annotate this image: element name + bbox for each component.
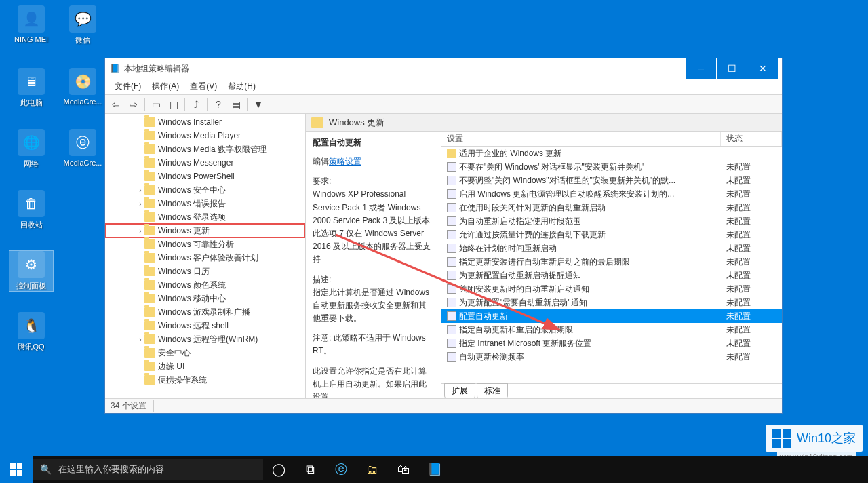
list-row[interactable]: 为更新配置"需要自动重新启动"通知未配置 [441,296,782,309]
tree-label: Windows 移动中心 [158,293,226,305]
list-header[interactable]: 设置 状态 [441,132,782,147]
tree-label: Windows 颜色系统 [158,279,226,291]
tree-label: Windows 可靠性分析 [158,239,234,250]
desktop-icon-NING MEI[interactable]: 👤NING MEI [9,5,53,43]
tree-item[interactable]: Windows Media Player [105,129,305,142]
column-name[interactable]: 设置 [441,132,721,146]
gpedit-taskbar-icon[interactable]: 📘 [419,456,450,483]
menu-帮助(H)[interactable]: 帮助(H) [222,79,261,94]
description-label: 描述: [313,273,434,286]
tree-pane[interactable]: Windows InstallerWindows Media PlayerWin… [105,114,306,398]
list-row[interactable]: 自动更新检测频率未配置 [441,350,782,364]
list-row[interactable]: 适用于企业的 Windows 更新 [441,147,782,160]
tree-item[interactable]: 边缘 UI [105,360,305,373]
desktop-icon-控制面板[interactable]: ⚙控制面板 [9,251,53,291]
menu-操作(A)[interactable]: 操作(A) [146,79,184,94]
row-state: 未配置 [721,351,782,363]
policy-icon [447,216,456,226]
cortana-icon[interactable]: ◯ [263,456,294,483]
folder-icon [144,144,155,154]
tree-item[interactable]: Windows 登录选项 [105,210,305,224]
taskbar[interactable]: 🔍 在这里输入你要搜索的内容 ◯ ⧉ ⓔ 🗂 🛍 📘 [0,456,868,483]
titlebar[interactable]: 📘 本地组策略编辑器 ─ ☐ ✕ [105,58,782,79]
minimize-button[interactable]: ─ [686,58,716,79]
tree-item[interactable]: 安全中心 [105,346,305,360]
tree-label: Windows Installer [158,117,222,127]
close-button[interactable]: ✕ [747,58,778,79]
show-hide-tree-button[interactable]: ◫ [165,97,182,112]
chevron-icon[interactable]: › [136,336,144,343]
list-row[interactable]: 不要在"关闭 Windows"对话框显示"安装更新并关机"未配置 [441,160,782,174]
list-row[interactable]: 在使用时段关闭针对更新的自动重新启动未配置 [441,201,782,214]
menu-文件(F)[interactable]: 文件(F) [109,79,146,94]
tree-item[interactable]: 便携操作系统 [105,373,305,387]
list-row[interactable]: 配置自动更新未配置 [441,309,782,323]
start-button[interactable] [0,456,33,483]
list-row[interactable]: 为更新配置自动重新启动提醒通知未配置 [441,269,782,282]
tree-item[interactable]: Windows 日历 [105,265,305,278]
tree-item[interactable]: ›Windows 更新 [105,224,305,237]
desktop-icon-微信[interactable]: 💬微信 [61,5,104,45]
desktop-icon-回收站[interactable]: 🗑回收站 [9,190,53,230]
tree-item[interactable]: Windows 颜色系统 [105,278,305,292]
tree-item[interactable]: Windows Installer [105,115,305,129]
maximize-button[interactable]: ☐ [717,58,747,79]
desktop-icon-MediaCre...[interactable]: 📀MediaCre... [61,68,104,106]
search-box[interactable]: 🔍 在这里输入你要搜索的内容 [33,459,263,480]
list-row[interactable]: 允许通过按流量计费的连接自动下载更新未配置 [441,228,782,242]
store-icon[interactable]: 🛍 [388,456,419,483]
menu-查看(V)[interactable]: 查看(V) [184,79,222,94]
list-row[interactable]: 指定自动更新和重启的最后期限未配置 [441,323,782,336]
tree-item[interactable]: Windows PowerShell [105,170,305,183]
list-row[interactable]: 始终在计划的时间重新启动未配置 [441,242,782,255]
watermark: Win10之家 www.win10xitong.com [766,425,863,452]
row-name: 为更新配置"需要自动重新启动"通知 [459,297,721,309]
desktop-icon-腾讯QQ[interactable]: 🐧腾讯QQ [9,312,53,352]
back-button[interactable]: ⇦ [108,97,124,112]
tree-item[interactable]: ›Windows 远程管理(WinRM) [105,332,305,346]
column-state[interactable]: 状态 [721,132,782,146]
edge-icon[interactable]: ⓔ [326,456,357,483]
list-row[interactable]: 关闭安装更新时的自动重新启动通知未配置 [441,282,782,296]
tree-item[interactable]: Windows 客户体验改善计划 [105,251,305,265]
tree-item[interactable]: Windows 可靠性分析 [105,237,305,251]
tree-item[interactable]: ›Windows 错误报告 [105,197,305,210]
explorer-icon[interactable]: 🗂 [357,456,388,483]
list-body[interactable]: 适用于企业的 Windows 更新不要在"关闭 Windows"对话框显示"安装… [441,147,782,383]
list-row[interactable]: 指定更新安装进行自动重新启动之前的最后期限未配置 [441,255,782,269]
filter-button[interactable]: ▼ [250,97,267,112]
policy-icon [447,230,456,239]
list-row[interactable]: 为自动重新启动指定使用时段范围未配置 [441,214,782,228]
tree-item[interactable]: Windows 远程 shell [105,319,305,332]
desktop-icon-此电脑[interactable]: 🖥此电脑 [9,68,53,108]
chevron-icon[interactable]: › [136,187,144,194]
list-row[interactable]: 启用 Windows 更新电源管理以自动唤醒系统来安装计划的...未配置 [441,187,782,201]
forward-button[interactable]: ⇨ [125,97,142,112]
tree-label: Windows Messenger [158,158,233,168]
view-tab-扩展[interactable]: 扩展 [444,383,475,398]
icon-glyph: 🌐 [18,129,45,156]
tree-item[interactable]: Windows Media 数字权限管理 [105,142,305,156]
icon-label: 微信 [75,36,90,44]
edit-policy-link[interactable]: 策略设置 [329,157,361,166]
up-button[interactable]: ▭ [148,97,164,112]
properties-button[interactable]: ▤ [228,97,244,112]
desktop-icon-网络[interactable]: 🌐网络 [9,129,53,169]
row-name: 不要调整"关闭 Windows"对话框里的"安装更新并关机"的默... [459,175,721,187]
list-row[interactable]: 不要调整"关闭 Windows"对话框里的"安装更新并关机"的默...未配置 [441,174,782,187]
tree-item[interactable]: Windows 移动中心 [105,292,305,305]
chevron-icon[interactable]: › [136,227,144,235]
row-state: 未配置 [721,189,782,200]
policy-icon [447,271,456,280]
chevron-icon[interactable]: › [136,200,144,208]
tree-item[interactable]: Windows Messenger [105,156,305,170]
view-tab-标准[interactable]: 标准 [477,383,508,398]
row-name: 配置自动更新 [459,311,721,322]
tree-item[interactable]: Windows 游戏录制和广播 [105,305,305,319]
task-view-icon[interactable]: ⧉ [294,456,326,483]
tree-item[interactable]: ›Windows 安全中心 [105,183,305,197]
desktop-icon-MediaCre...[interactable]: ⓔMediaCre... [61,129,104,167]
list-row[interactable]: 指定 Intranet Microsoft 更新服务位置未配置 [441,336,782,350]
export-button[interactable]: ⤴ [188,97,204,112]
help-button[interactable]: ? [210,97,226,112]
